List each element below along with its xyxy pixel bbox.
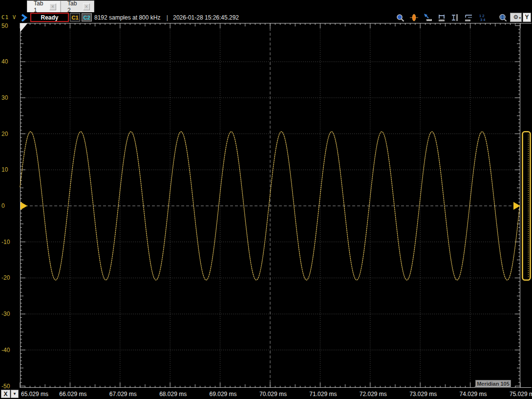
zoom-icon[interactable] [396, 13, 405, 22]
x-axis-dropdown[interactable]: ▼ [11, 390, 19, 398]
grid [20, 23, 520, 388]
x-axis-bar: X ▼ 65.029 ms66.029 ms67.029 ms68.029 ms… [0, 389, 532, 399]
tab-2-close-icon[interactable]: × [83, 3, 90, 10]
overview-band [523, 132, 531, 280]
x-axis-button[interactable]: X [1, 390, 10, 398]
x-tick-label: 70.029 ms [259, 391, 287, 398]
samples-text: 8192 samples at 800 kHz [94, 14, 160, 21]
horizontal-measure-icon[interactable] [437, 13, 447, 22]
toolbar: C1 V Ready C1 C2 8192 samples at 800 kHz… [0, 12, 532, 23]
y-tick-label: 0 [1, 202, 5, 209]
cursor-icon[interactable] [409, 13, 419, 22]
app-window: Tab 1 × Tab 2 × C1 V Ready C1 C2 8192 sa… [0, 0, 532, 399]
plot-frame [20, 23, 532, 388]
y-tick-label: 50 [1, 22, 8, 29]
status-text: 8192 samples at 800 kHz | 2026-01-28 15:… [94, 14, 239, 21]
vertical-measure-icon[interactable] [450, 13, 460, 22]
tab-2-label: Tab 2 [67, 0, 80, 14]
plot-canvas[interactable] [0, 0, 532, 399]
channel-numbers-icon[interactable]: 1 23 4 [478, 13, 488, 22]
tab-1[interactable]: Tab 1 × [27, 0, 61, 12]
x-tick-label: 71.029 ms [309, 391, 337, 398]
zoom-world-icon[interactable] [498, 13, 508, 22]
x-tick-label: 65.029 ms [21, 391, 48, 398]
y-tick-label: -20 [1, 274, 10, 281]
y-tick-label: 20 [1, 131, 8, 137]
timestamp-text: 2026-01-28 15:26:45.292 [173, 14, 239, 21]
run-chevron-icon[interactable] [21, 14, 27, 22]
y-tick-label: 40 [1, 58, 8, 65]
settings-gear-button[interactable]: ⚙▾ [510, 13, 522, 22]
channel-2-button[interactable]: C2 [82, 13, 92, 22]
tab-bar: Tab 1 × Tab 2 × [0, 0, 532, 12]
x-tick-label: 73.029 ms [409, 391, 437, 398]
device-badge: Meridian 105 [475, 380, 511, 388]
x-tick-label: 66.029 ms [59, 391, 86, 398]
caret-down-icon: ▾ [519, 14, 521, 22]
channel-axis-label: C1 V [1, 14, 17, 21]
svg-text:3 4: 3 4 [480, 18, 485, 22]
levels-icon[interactable] [464, 13, 474, 22]
y-tick-label: -40 [1, 347, 10, 354]
y-tick-label: 30 [1, 94, 8, 101]
y-axis-button[interactable]: Y [523, 13, 531, 22]
trigger-flag[interactable] [20, 23, 27, 32]
x-tick-label: 75.029 ms [510, 391, 532, 398]
y-tick-label: -10 [1, 239, 10, 245]
gear-icon: ⚙ [513, 14, 519, 21]
channel-1-button[interactable]: C1 [70, 13, 80, 22]
tab-1-close-icon[interactable]: × [49, 3, 56, 10]
x-tick-label: 74.029 ms [460, 391, 487, 398]
x-tick-label: 72.029 ms [360, 391, 387, 398]
tab-1-label: Tab 1 [34, 0, 46, 14]
x-tick-label: 68.029 ms [159, 391, 187, 398]
x-tick-label: 67.029 ms [109, 391, 137, 398]
measure-pointer-icon[interactable] [423, 13, 433, 22]
status-separator: | [167, 14, 168, 21]
y-tick-label: 10 [1, 166, 8, 173]
tab-2[interactable]: Tab 2 × [61, 0, 94, 12]
y-tick-label: -30 [1, 310, 10, 317]
ready-button[interactable]: Ready [30, 13, 69, 22]
x-tick-label: 69.029 ms [210, 391, 237, 398]
